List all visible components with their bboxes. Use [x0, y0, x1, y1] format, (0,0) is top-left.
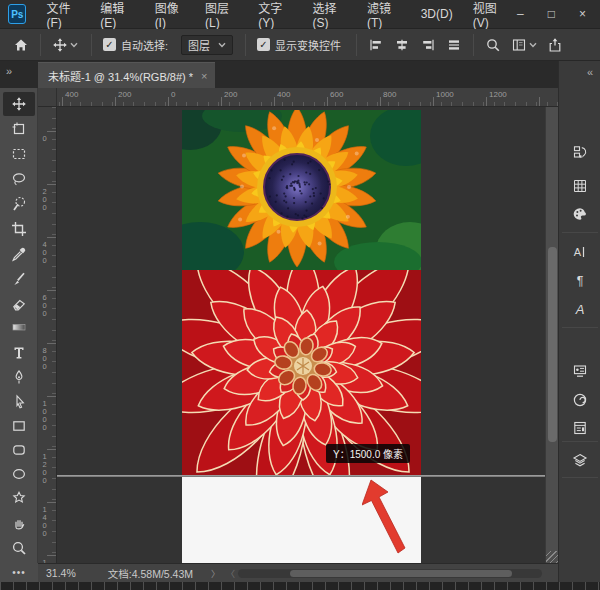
menu-item-1[interactable]: 编辑(E) — [90, 0, 144, 29]
show-transform-checkbox[interactable]: ✓ 显示变换控件 — [252, 32, 346, 58]
lasso-tool[interactable] — [3, 167, 35, 191]
align-center-button[interactable] — [389, 32, 415, 58]
ruler-corner — [38, 88, 57, 107]
move-icon — [52, 37, 68, 53]
custom-shape-tool[interactable] — [3, 486, 35, 510]
history-icon[interactable] — [571, 143, 589, 161]
horizontal-guide[interactable] — [57, 475, 545, 477]
horizontal-scrollbar-thumb[interactable] — [290, 570, 512, 577]
move-tool[interactable] — [3, 92, 35, 116]
properties-icon[interactable] — [571, 419, 589, 437]
expander-chevrons-icon[interactable]: » — [6, 65, 11, 77]
distribute-button[interactable] — [441, 32, 467, 58]
photoshop-window: Ps 文件(F)编辑(E)图像(I)图层(L)文字(Y)选择(S)滤镜(T)3D… — [0, 0, 600, 590]
adjustments-icon[interactable] — [571, 362, 589, 380]
zoom-tool[interactable] — [3, 536, 35, 560]
grid-icon[interactable] — [571, 177, 589, 195]
align-center-icon — [394, 37, 410, 53]
layers-icon[interactable] — [571, 451, 589, 469]
maximize-button[interactable]: □ — [548, 7, 555, 21]
guide-position-tooltip: Y：1500.0 像素 — [326, 444, 410, 463]
svg-text:A: A — [575, 302, 585, 317]
share-icon — [547, 37, 563, 53]
show-transform-label: 显示变换控件 — [275, 37, 341, 53]
document-size-info[interactable]: 文档:4.58M/5.43M — [108, 566, 193, 581]
v-ruler-label-3: 600 — [40, 293, 49, 317]
home-button[interactable] — [8, 32, 34, 58]
window-controls: – □ × — [517, 7, 600, 21]
character-icon[interactable]: A — [571, 243, 589, 261]
menu-item-6[interactable]: 滤镜(T) — [357, 0, 411, 29]
type-tool[interactable] — [3, 340, 35, 364]
eraser-tool[interactable] — [3, 292, 35, 316]
edit-toolbar-button[interactable]: ••• — [0, 563, 38, 582]
document-tab-title: 未标题-1 @ 31.4%(RGB/8#) * — [48, 68, 193, 84]
swatches-icon[interactable] — [571, 205, 589, 223]
h-ruler-label-3: 200 — [224, 90, 237, 99]
pen-tool[interactable] — [3, 365, 35, 389]
move-tool-preset[interactable] — [47, 32, 85, 58]
artboard-tool[interactable] — [3, 117, 35, 141]
glyphs-icon[interactable]: A — [571, 300, 589, 318]
resize-grip[interactable] — [546, 551, 558, 563]
libraries-icon[interactable] — [571, 391, 589, 409]
menu-item-8[interactable]: 视图(V) — [463, 0, 517, 29]
svg-text:A: A — [574, 246, 582, 258]
sunflower-image — [182, 110, 421, 270]
canvas-area[interactable]: Y：1500.0 像素 — [57, 107, 545, 563]
auto-select-checkbox[interactable]: ✓ 自动选择: — [98, 32, 173, 58]
align-right-button[interactable] — [415, 32, 441, 58]
align-left-icon — [368, 37, 384, 53]
hand-tool-icon — [11, 515, 27, 531]
menu-item-4[interactable]: 文字(Y) — [248, 0, 302, 29]
brush-tool[interactable] — [3, 267, 35, 291]
align-left-button[interactable] — [363, 32, 389, 58]
menu-item-3[interactable]: 图层(L) — [195, 0, 248, 29]
chevron-down-icon — [68, 37, 80, 53]
menu-item-2[interactable]: 图像(I) — [145, 0, 195, 29]
v-ruler-label-5: 1000 — [40, 399, 49, 431]
gradient-tool[interactable] — [3, 315, 35, 339]
pen-tool-icon — [11, 369, 27, 385]
status-popup-chevron[interactable]: 〉 — [211, 567, 220, 580]
menu-item-0[interactable]: 文件(F) — [36, 0, 90, 29]
ellipse-tool[interactable] — [3, 462, 35, 486]
eyedropper-tool[interactable] — [3, 242, 35, 266]
h-ruler-label-0: 400 — [65, 90, 78, 99]
eraser-tool-icon — [11, 296, 27, 312]
auto-select-target-dropdown[interactable]: 图层 — [181, 35, 233, 55]
menu-item-5[interactable]: 选择(S) — [303, 0, 357, 29]
vertical-scrollbar[interactable] — [545, 107, 558, 563]
vertical-scrollbar-thumb[interactable] — [548, 247, 557, 442]
workspace-switcher[interactable] — [506, 32, 542, 58]
menu-bar: Ps 文件(F)编辑(E)图像(I)图层(L)文字(Y)选择(S)滤镜(T)3D… — [0, 0, 600, 29]
horizontal-scrollbar[interactable] — [238, 569, 542, 578]
document-tab[interactable]: 未标题-1 @ 31.4%(RGB/8#) * × — [38, 62, 215, 88]
quick-selection-tool[interactable] — [3, 192, 35, 216]
minimize-button[interactable]: – — [517, 7, 524, 21]
crop-tool[interactable] — [3, 217, 35, 241]
menu-item-7[interactable]: 3D(D) — [411, 0, 463, 29]
divider — [91, 34, 92, 56]
rectangle-tool[interactable] — [3, 414, 35, 438]
dock-divider-3 — [562, 477, 598, 478]
marquee-tool[interactable] — [3, 142, 35, 166]
rounded-rectangle-tool[interactable] — [3, 438, 35, 462]
checkbox-checked-icon: ✓ — [103, 38, 116, 51]
tab-close-icon[interactable]: × — [201, 70, 207, 82]
collapse-dock-icon[interactable]: « — [587, 66, 592, 78]
search-button[interactable] — [480, 32, 506, 58]
document-tab-bar: » 未标题-1 @ 31.4%(RGB/8#) * × — [0, 61, 600, 88]
zoom-level-field[interactable]: 31.4% — [46, 567, 76, 579]
close-button[interactable]: × — [579, 7, 586, 21]
annotation-arrow — [362, 478, 408, 556]
auto-select-label: 自动选择: — [121, 37, 168, 53]
svg-text:¶: ¶ — [577, 274, 584, 288]
rounded-rectangle-tool-icon — [11, 442, 27, 458]
hand-tool[interactable] — [3, 511, 35, 535]
direct-selection-tool[interactable] — [3, 390, 35, 414]
paragraph-icon[interactable]: ¶ — [571, 271, 589, 289]
menu-items: 文件(F)编辑(E)图像(I)图层(L)文字(Y)选择(S)滤镜(T)3D(D)… — [36, 0, 517, 29]
v-ruler-label-6: 1200 — [40, 452, 49, 484]
share-button[interactable] — [542, 32, 568, 58]
